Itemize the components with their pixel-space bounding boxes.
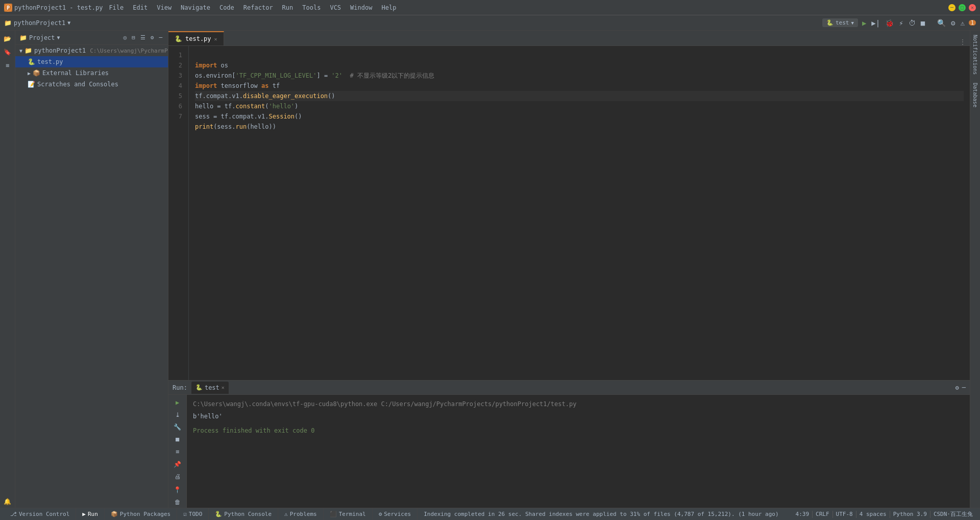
- menu-window[interactable]: Window: [346, 3, 376, 12]
- services-tab[interactable]: ⚙ Services: [373, 508, 418, 521]
- structure-icon[interactable]: ≡: [2, 59, 14, 72]
- project-name-title: pythonProject1 - test.py: [14, 4, 103, 11]
- python-packages-tab[interactable]: 📦 Python Packages: [105, 508, 177, 521]
- indent-status[interactable]: 4 spaces: [856, 511, 890, 517]
- menu-view[interactable]: View: [153, 3, 176, 12]
- run-bottom-icon: ▶: [82, 511, 86, 517]
- folder-open-icon: 📁: [19, 34, 27, 41]
- run-tab-icon: 🐍: [195, 384, 203, 391]
- run-panel-content: ▶ ⤓ 🔧 ■ ≡ 📌 🖨 📍 🗑 C:\Users\wangj\.conda\…: [168, 395, 970, 508]
- show-members-icon[interactable]: ☰: [139, 34, 147, 41]
- run-exit-message: Process finished with exit code 0: [193, 426, 964, 436]
- todo-icon: ☑: [183, 511, 187, 517]
- menu-run[interactable]: Run: [278, 3, 298, 12]
- encoding-status[interactable]: UTF-8: [833, 511, 856, 517]
- run-pin-icon[interactable]: 📌: [172, 459, 184, 470]
- folder-icon: 📁: [4, 19, 12, 27]
- menu-tools[interactable]: Tools: [298, 3, 325, 12]
- project-root-item[interactable]: ▼ 📁 pythonProject1 C:\Users\wangj\Pychar…: [15, 45, 168, 56]
- cursor-pos-status[interactable]: 4:39: [793, 511, 813, 517]
- maximize-button[interactable]: □: [959, 4, 966, 11]
- editor-tab-bar: 🐍 test.py ✕ ⋮: [168, 31, 970, 46]
- close-button[interactable]: ✕: [969, 4, 976, 11]
- run-minimize-icon[interactable]: ─: [962, 384, 966, 391]
- run-bottom-tab[interactable]: ▶ Run: [76, 508, 105, 521]
- run-tab-close-icon[interactable]: ✕: [222, 385, 225, 390]
- terminal-tab[interactable]: ⬛ Terminal: [324, 508, 373, 521]
- run-trash-icon[interactable]: 🗑: [172, 497, 184, 508]
- menu-refactor[interactable]: Refactor: [239, 3, 277, 12]
- run-settings-icon[interactable]: ⚙: [955, 384, 959, 391]
- menu-vcs[interactable]: VCS: [326, 3, 345, 12]
- scratches-label: Scratches and Consoles: [37, 81, 118, 88]
- test-py-tab[interactable]: 🐍 test.py ✕: [168, 31, 224, 45]
- resume-button[interactable]: ▶|: [870, 18, 881, 28]
- python-file-icon: 🐍: [28, 58, 35, 65]
- python-console-tab[interactable]: 🐍 Python Console: [209, 508, 278, 521]
- code-content[interactable]: import os os.environ['TF_CPP_MIN_LOG_LEV…: [189, 46, 970, 380]
- dropdown-arrow-icon[interactable]: ▼: [67, 20, 70, 26]
- services-icon: ⚙: [379, 511, 382, 517]
- profile-button[interactable]: ⏱: [908, 18, 917, 28]
- locate-file-icon[interactable]: ◎: [122, 34, 129, 41]
- debug-button[interactable]: 🐞: [884, 18, 895, 28]
- line-num-6: 6: [173, 101, 186, 111]
- run-scroll-icon[interactable]: ⤓: [172, 409, 184, 420]
- csdn-badge[interactable]: CSDN·百工生兔: [930, 510, 976, 518]
- line-sep-status[interactable]: CRLF: [813, 511, 832, 517]
- menu-help[interactable]: Help: [377, 3, 400, 12]
- run-tools-icon[interactable]: 🔧: [172, 421, 184, 433]
- run-pin2-icon[interactable]: 📍: [172, 484, 184, 495]
- todo-label: TODO: [189, 511, 203, 517]
- project-title-arrow[interactable]: ▼: [57, 35, 60, 40]
- run-print-icon[interactable]: 🖨: [172, 471, 184, 482]
- project-activity-icon[interactable]: 📂: [2, 33, 14, 45]
- bottom-tabs: ⎇ Version Control ▶ Run 📦 Python Package…: [4, 508, 418, 521]
- search-button[interactable]: 🔍: [936, 18, 947, 28]
- run-stop-icon[interactable]: ■: [172, 434, 184, 445]
- problems-label: Problems: [290, 511, 317, 517]
- run-config-name: test: [836, 19, 849, 26]
- external-libraries-item[interactable]: ▶ 📦 External Libraries: [15, 67, 168, 79]
- todo-tab[interactable]: ☑ TODO: [177, 508, 209, 521]
- root-folder-name: pythonProject1: [34, 47, 86, 54]
- notifications-right-tab[interactable]: Notifications: [971, 31, 979, 79]
- version-control-label: Version Control: [19, 511, 69, 517]
- line-num-4: 4: [173, 81, 186, 91]
- panel-settings-icon[interactable]: ⚙: [149, 34, 156, 41]
- menu-file[interactable]: File: [105, 3, 128, 12]
- notifications-side-icon[interactable]: 🔔: [2, 495, 14, 508]
- window-controls: ─ □ ✕: [948, 4, 976, 11]
- run-again-button[interactable]: ▶: [172, 397, 184, 408]
- run-test-tab[interactable]: 🐍 test ✕: [191, 382, 229, 394]
- run-settings2-icon[interactable]: ≡: [172, 446, 184, 457]
- warnings-count: 1: [969, 20, 976, 26]
- run-button[interactable]: ▶: [861, 18, 867, 28]
- coverage-button[interactable]: ⚡: [898, 18, 904, 28]
- menu-navigate[interactable]: Navigate: [177, 3, 214, 12]
- notifications-button[interactable]: ⚠️: [960, 18, 966, 28]
- test-py-item[interactable]: 🐍 test.py: [15, 56, 168, 67]
- settings-button[interactable]: ⚙: [950, 18, 956, 28]
- scratches-item[interactable]: 📝 Scratches and Consoles: [15, 79, 168, 90]
- menu-code[interactable]: Code: [215, 3, 238, 12]
- menu-edit[interactable]: Edit: [129, 3, 152, 12]
- activity-bar: 📂 🔖 ≡ 🔔: [0, 31, 15, 508]
- run-panel: Run: 🐍 test ✕ ⚙ ─ ▶ ⤓ 🔧 ■ ≡ �: [168, 380, 970, 508]
- python-packages-icon: 📦: [111, 511, 118, 517]
- toolbar: 📁 pythonProject1 ▼ 🐍 test ▼ ▶ ▶| 🐞 ⚡ ⏱ ■…: [0, 15, 980, 31]
- run-config-selector[interactable]: 🐍 test ▼: [822, 18, 858, 27]
- close-panel-icon[interactable]: ─: [157, 34, 164, 41]
- more-tabs-icon[interactable]: ⋮: [960, 38, 966, 45]
- terminal-label: Terminal: [339, 511, 366, 517]
- python-version-status[interactable]: Python 3.9: [890, 511, 930, 517]
- version-control-tab[interactable]: ⎇ Version Control: [4, 508, 76, 521]
- database-right-tab[interactable]: Database: [971, 79, 979, 111]
- tab-close-icon[interactable]: ✕: [214, 36, 217, 42]
- code-editor[interactable]: 1 2 3 4 5 6 7 import os os.environ['TF_C…: [168, 46, 970, 380]
- minimize-button[interactable]: ─: [948, 4, 955, 11]
- problems-tab[interactable]: ⚠ Problems: [278, 508, 324, 521]
- collapse-all-icon[interactable]: ⊟: [130, 34, 137, 41]
- stop-button[interactable]: ■: [920, 18, 926, 28]
- bookmarks-icon[interactable]: 🔖: [2, 46, 14, 58]
